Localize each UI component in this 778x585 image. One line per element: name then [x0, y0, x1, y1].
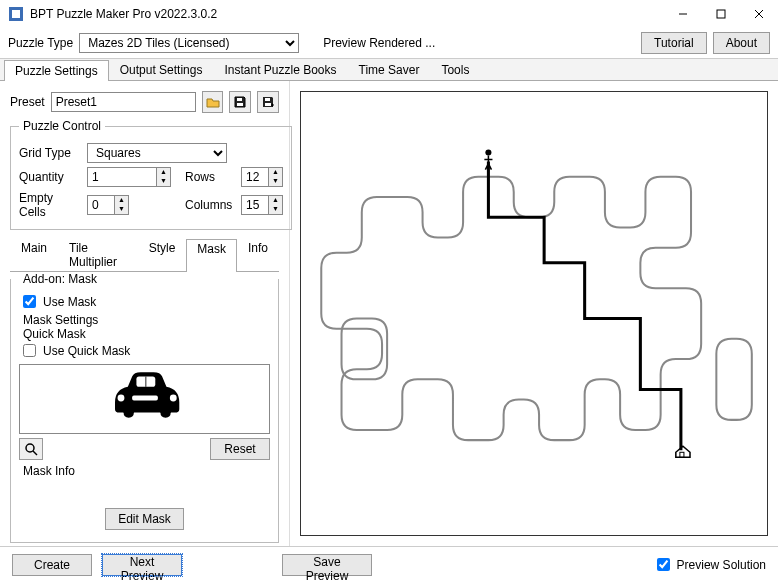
subtab-mask[interactable]: Mask	[186, 239, 237, 272]
puzzle-control-legend: Puzzle Control	[19, 119, 105, 133]
mask-settings-legend: Mask Settings	[19, 313, 102, 327]
app-icon	[8, 6, 24, 22]
puzzle-type-select[interactable]: Mazes 2D Tiles (Licensed)	[79, 33, 299, 53]
preview-panel	[290, 81, 778, 546]
subtab-style[interactable]: Style	[138, 238, 187, 271]
use-quick-mask-label: Use Quick Mask	[43, 344, 130, 358]
preview-solution-label: Preview Solution	[677, 558, 766, 572]
quantity-label: Quantity	[19, 170, 81, 184]
empty-cells-label: Empty Cells	[19, 191, 81, 219]
svg-point-10	[122, 403, 134, 415]
empty-cells-input[interactable]	[87, 195, 115, 215]
use-quick-mask-checkbox[interactable]: Use Quick Mask	[19, 341, 270, 360]
svg-point-16	[169, 394, 176, 401]
mask-addon-legend: Add-on: Mask	[19, 272, 101, 286]
svg-rect-3	[717, 10, 725, 18]
preview-status-label: Preview Rendered ...	[323, 36, 435, 50]
preview-solution-input[interactable]	[657, 558, 670, 571]
next-preview-button[interactable]: Next Preview	[102, 554, 182, 576]
mask-info-group: Mask Info	[19, 464, 270, 504]
tab-instant-books[interactable]: Instant Puzzle Books	[213, 59, 347, 80]
preset-label: Preset	[10, 95, 45, 109]
puzzle-control-group: Puzzle Control Grid Type Squares Quantit…	[10, 119, 292, 230]
mask-image-preview	[19, 364, 270, 434]
svg-point-17	[26, 444, 34, 452]
preview-solution-checkbox[interactable]: Preview Solution	[653, 555, 766, 574]
end-icon	[676, 446, 690, 457]
tab-puzzle-settings[interactable]: Puzzle Settings	[4, 60, 109, 81]
svg-rect-8	[265, 98, 270, 101]
rows-input[interactable]	[241, 167, 269, 187]
edit-mask-button[interactable]: Edit Mask	[105, 508, 184, 530]
mask-addon-group: Add-on: Mask Use Mask Mask Settings Quic…	[10, 272, 279, 543]
tab-output-settings[interactable]: Output Settings	[109, 59, 214, 80]
maze-preview	[300, 91, 768, 536]
svg-point-11	[159, 403, 171, 415]
save-preview-button[interactable]: Save Preview	[282, 554, 372, 576]
puzzle-type-label: Puzzle Type	[8, 36, 73, 50]
use-mask-label: Use Mask	[43, 295, 96, 309]
tab-tools[interactable]: Tools	[430, 59, 480, 80]
main-tabstrip: Puzzle Settings Output Settings Instant …	[0, 59, 778, 81]
tab-time-saver[interactable]: Time Saver	[348, 59, 431, 80]
maximize-button[interactable]	[702, 0, 740, 28]
svg-point-19	[485, 149, 491, 155]
mask-info-legend: Mask Info	[19, 464, 79, 478]
window-title: BPT Puzzle Maker Pro v2022.3.0.2	[30, 7, 664, 21]
quantity-stepper[interactable]: ▲▼	[157, 167, 171, 187]
save-preset-button[interactable]	[229, 91, 251, 113]
car-icon	[100, 368, 190, 431]
quick-mask-legend: Quick Mask	[19, 327, 90, 341]
rows-stepper[interactable]: ▲▼	[269, 167, 283, 187]
columns-stepper[interactable]: ▲▼	[269, 195, 283, 215]
use-mask-checkbox[interactable]: Use Mask	[19, 292, 270, 311]
svg-rect-7	[237, 103, 243, 106]
svg-rect-14	[132, 395, 158, 400]
tutorial-button[interactable]: Tutorial	[641, 32, 707, 54]
close-button[interactable]	[740, 0, 778, 28]
svg-point-15	[117, 394, 124, 401]
preset-input[interactable]	[51, 92, 196, 112]
quantity-input[interactable]	[87, 167, 157, 187]
subtab-info[interactable]: Info	[237, 238, 279, 271]
left-panel: Preset Puzzle Control Grid Type Squares …	[0, 81, 290, 546]
subtab-main[interactable]: Main	[10, 238, 58, 271]
svg-rect-6	[237, 98, 242, 101]
top-toolbar: Puzzle Type Mazes 2D Tiles (Licensed) Pr…	[0, 28, 778, 59]
svg-line-18	[33, 451, 37, 455]
about-button[interactable]: About	[713, 32, 770, 54]
zoom-mask-button[interactable]	[19, 438, 43, 460]
save-as-preset-button[interactable]	[257, 91, 279, 113]
columns-label: Columns	[185, 198, 235, 212]
columns-input[interactable]	[241, 195, 269, 215]
grid-type-label: Grid Type	[19, 146, 81, 160]
open-preset-button[interactable]	[202, 91, 224, 113]
rows-label: Rows	[185, 170, 235, 184]
sub-tabstrip: Main Tile Multiplier Style Mask Info	[10, 238, 279, 272]
mask-settings-group: Mask Settings Quick Mask Use Quick Mask	[19, 313, 270, 534]
minimize-button[interactable]	[664, 0, 702, 28]
empty-cells-stepper[interactable]: ▲▼	[115, 195, 129, 215]
svg-rect-9	[265, 103, 271, 106]
reset-mask-button[interactable]: Reset	[210, 438, 270, 460]
use-mask-input[interactable]	[23, 295, 36, 308]
title-bar: BPT Puzzle Maker Pro v2022.3.0.2	[0, 0, 778, 28]
grid-type-select[interactable]: Squares	[87, 143, 227, 163]
quick-mask-group: Quick Mask Use Quick Mask	[19, 327, 270, 534]
bottom-toolbar: Create Next Preview Save Preview Preview…	[0, 546, 778, 582]
svg-rect-1	[12, 10, 20, 18]
create-button[interactable]: Create	[12, 554, 92, 576]
use-quick-mask-input[interactable]	[23, 344, 36, 357]
subtab-tile-mult[interactable]: Tile Multiplier	[58, 238, 138, 271]
